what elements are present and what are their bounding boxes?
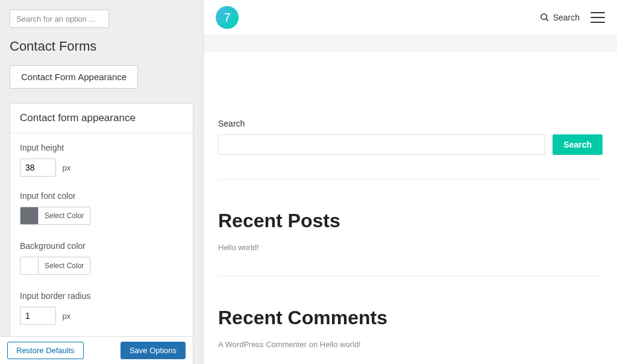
unit-label: px <box>62 312 70 321</box>
site-logo[interactable]: 7 <box>216 6 239 29</box>
header-right: Search <box>540 12 605 23</box>
preview-content: Search Search Recent Posts Hello world! … <box>204 52 617 364</box>
field-label: Input font color <box>20 191 183 201</box>
option-search-input[interactable] <box>10 10 109 28</box>
divider <box>218 276 603 277</box>
recent-posts-title: Recent Posts <box>218 210 603 232</box>
recent-posts-widget: Recent Posts Hello world! <box>218 210 603 277</box>
preview-pane[interactable]: 7 Search Search <box>204 0 617 364</box>
color-picker-bg[interactable]: Select Color <box>20 257 90 275</box>
color-swatch <box>20 257 39 274</box>
field-label: Background color <box>20 241 183 251</box>
field-label: Input height <box>20 143 183 152</box>
recent-comments-widget: Recent Comments A WordPress Commenter on… <box>218 307 603 349</box>
search-icon <box>540 13 550 22</box>
search-label: Search <box>553 13 580 22</box>
search-widget-label: Search <box>218 119 603 128</box>
hamburger-menu-icon[interactable] <box>590 12 605 23</box>
appearance-panel: Contact form appearance Input height px … <box>10 103 193 364</box>
sidebar-scroll[interactable]: Contact Forms Contact Form Appearance Co… <box>0 0 203 364</box>
search-widget: Search Search <box>218 71 603 180</box>
customizer-sidebar: Contact Forms Contact Form Appearance Co… <box>0 0 204 364</box>
svg-line-1 <box>546 19 548 21</box>
field-background-color: Background color Select Color <box>20 241 183 277</box>
field-input-height: Input height px <box>20 143 183 177</box>
header-search-trigger[interactable]: Search <box>540 13 580 22</box>
search-button[interactable]: Search <box>553 134 603 155</box>
logo-text: 7 <box>224 11 230 25</box>
field-input-border-radius: Input border radius px <box>20 291 183 325</box>
restore-defaults-button[interactable]: Restore Defaults <box>7 342 84 359</box>
color-picker-font[interactable]: Select Color <box>20 207 90 225</box>
sidebar-footer: Restore Defaults Save Options <box>0 336 193 364</box>
divider <box>218 179 603 180</box>
tab-contact-form-appearance[interactable]: Contact Form Appearance <box>10 65 138 89</box>
color-swatch <box>20 207 39 224</box>
search-row: Search <box>218 134 603 155</box>
header-spacer <box>204 36 617 52</box>
unit-label: px <box>62 163 70 172</box>
search-input[interactable] <box>218 134 545 155</box>
comment-item[interactable]: A WordPress Commenter on Hello world! <box>218 340 603 349</box>
panel-body: Input height px Input font color Select … <box>10 133 193 364</box>
select-color-button[interactable]: Select Color <box>39 207 90 224</box>
recent-comments-title: Recent Comments <box>218 307 603 329</box>
field-label: Input border radius <box>20 291 183 301</box>
post-link[interactable]: Hello world! <box>218 243 603 252</box>
input-height-input[interactable] <box>20 158 56 177</box>
border-radius-input[interactable] <box>20 307 56 325</box>
app-root: Contact Forms Contact Form Appearance Co… <box>0 0 617 364</box>
svg-point-0 <box>541 14 547 19</box>
save-options-button[interactable]: Save Options <box>121 342 186 359</box>
preview-header: 7 Search <box>204 0 617 36</box>
panel-header: Contact form appearance <box>10 104 193 133</box>
section-title: Contact Forms <box>10 39 193 54</box>
field-input-font-color: Input font color Select Color <box>20 191 183 227</box>
select-color-button[interactable]: Select Color <box>39 257 90 274</box>
